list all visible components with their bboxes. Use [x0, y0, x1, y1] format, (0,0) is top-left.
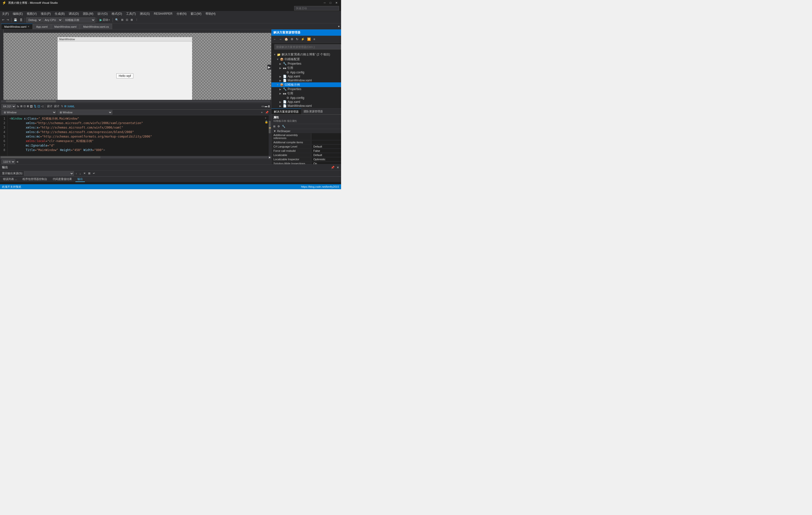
output-close-icon[interactable]: ✕ [337, 166, 339, 169]
tab-mainwindow-xaml-cs[interactable]: MainWindow.xaml.cs [80, 24, 112, 29]
prop-value-7[interactable]: On [311, 162, 341, 164]
zoom-left-arrow[interactable]: ◀ [16, 160, 18, 163]
tab-mainwindow-xaml-active[interactable]: MainWindow.xaml ✕ [1, 24, 33, 29]
tab-app-xaml[interactable]: App.xaml [33, 24, 51, 29]
prop-value-1[interactable] [311, 133, 341, 140]
tab-mainwindow-xaml-2[interactable]: MainWindow.xaml [51, 24, 80, 29]
snap2-icon[interactable]: ⊠ [27, 104, 29, 108]
output-clear-icon[interactable]: ✕ [83, 172, 86, 175]
code-pin-icon[interactable]: 📌 [264, 111, 270, 114]
code-content[interactable]: <Window x:Class="_02模板示例.MainWindow" xml… [7, 115, 269, 156]
tree-p1-ref[interactable]: ▶ ■■ 引用 [271, 66, 341, 70]
menu-analyze[interactable]: 分析(N) [175, 11, 189, 17]
toolbar-extra1[interactable]: ⊞ [120, 18, 124, 22]
code-metrics-tab[interactable]: 代码度量值结果 [51, 177, 74, 182]
tree-p1-mainwindow[interactable]: ▶ 📄 MainWindow.xaml [271, 79, 341, 82]
menu-help[interactable]: 帮助(H) [203, 11, 218, 17]
tree-p2-appconfig[interactable]: ⚙ App.config [271, 96, 341, 100]
close-button[interactable]: ✕ [334, 1, 339, 4]
solution-search-input[interactable] [274, 44, 341, 50]
prop-value-2[interactable] [311, 141, 341, 144]
grid-icon[interactable]: ⊞ [20, 104, 23, 108]
output-source-select[interactable] [24, 171, 74, 176]
tree-p2-ref[interactable]: ▶ ■■ 引用 [271, 91, 341, 96]
maximize-button[interactable]: □ [328, 1, 333, 4]
redo-button[interactable]: ↪ [6, 18, 10, 22]
output-down-icon[interactable]: ↓ [79, 172, 82, 175]
prop-value-5[interactable]: Default [311, 153, 341, 157]
output-tab[interactable]: 输出 [76, 177, 85, 182]
menu-build[interactable]: 生成(B) [53, 11, 67, 17]
split-h-icon[interactable]: ▬ [265, 104, 267, 108]
toolbar-extra4[interactable]: ⋮ [134, 18, 139, 22]
menu-debug[interactable]: 调试(D) [67, 11, 81, 17]
tree-p2-properties[interactable]: ▶ 🔧 Properties [271, 87, 341, 91]
se-forward-button[interactable]: → [278, 37, 283, 41]
tab-close-icon[interactable]: ✕ [27, 25, 29, 28]
collapse-icon[interactable]: ▭ [261, 104, 264, 108]
design-tab[interactable]: 设计 [47, 104, 52, 108]
save-button[interactable]: 💾 [13, 18, 18, 22]
menu-team[interactable]: 团队(M) [81, 11, 95, 17]
scroll-right-btn[interactable]: ▶ [268, 156, 271, 159]
menu-edit[interactable]: 编辑(E) [11, 11, 25, 17]
move-icon[interactable]: ⇅ [34, 104, 36, 108]
search-toolbar-button[interactable]: 🔍 [114, 18, 120, 22]
prop-group-button[interactable]: ⚙ [277, 125, 281, 128]
menu-format[interactable]: 格式(O) [110, 11, 124, 17]
se-filter-button[interactable]: 🔽 [306, 37, 312, 41]
xaml-tab-label[interactable]: XAML [67, 105, 75, 108]
toolbar-extra2[interactable]: ⊡ [125, 18, 129, 22]
run-button[interactable]: ▶ 启动 ▾ [98, 18, 111, 22]
tree-solution[interactable]: ▼ 📁 解决方案'黑夜の骑士博客' (2 个项目) [271, 52, 341, 57]
project-dropdown[interactable]: 02模板示例 [63, 18, 95, 23]
prop-filter-button[interactable]: 🔧 [281, 125, 286, 128]
se-sync-button[interactable]: ⚡ [300, 37, 306, 41]
se-collapse-button[interactable]: ≡ [312, 37, 316, 41]
split-v-icon[interactable]: ▮ [268, 104, 270, 108]
prop-value-3[interactable]: Default [311, 145, 341, 148]
output-stop-icon[interactable]: ⊠ [87, 172, 91, 175]
undo-button[interactable]: ↩ [1, 18, 5, 22]
tree-project1[interactable]: ▼ 📦 01模板配置 [271, 57, 341, 62]
quick-launch-input[interactable] [294, 6, 339, 10]
team-explorer-tab[interactable]: 团队资源管理器 [301, 109, 325, 114]
solution-explorer-tab[interactable]: 解决方案资源管理器 [271, 109, 301, 114]
xaml-icon[interactable]: ⊞ [64, 104, 66, 108]
output-pin-icon[interactable]: 📌 [331, 166, 335, 169]
error-list-tab[interactable]: 错误列表 ... [1, 177, 19, 182]
minimize-button[interactable]: ─ [322, 1, 327, 4]
tree-p2-appxaml[interactable]: ▶ 📄 App.xaml [271, 100, 341, 104]
code-expand-icon[interactable]: + [260, 111, 264, 114]
code-horizontal-scrollbar[interactable]: ▶ [0, 156, 271, 159]
tree-p1-properties[interactable]: ▶ 🔧 Properties [271, 62, 341, 66]
menu-view[interactable]: 视图(V) [25, 11, 39, 17]
menu-test[interactable]: 测试(S) [138, 11, 152, 17]
code-scope-dropdown[interactable]: ⊞ Window [1, 110, 56, 115]
prop-value-6[interactable]: Optimistic [311, 157, 341, 161]
menu-design[interactable]: 设计(G) [95, 11, 110, 17]
tree-p1-appconfig[interactable]: ⚙ App.config [271, 70, 341, 74]
design-surface[interactable]: MainWindow Hello wpf ▶ ▼ [0, 29, 271, 100]
debug-config-dropdown[interactable]: Debug [26, 18, 42, 23]
snap-icon[interactable]: ⊡ [24, 104, 26, 108]
menu-file[interactable]: 文(F) [0, 11, 11, 17]
menu-resharper[interactable]: RESHARPER [152, 11, 175, 17]
menu-window[interactable]: 窗口(W) [188, 11, 203, 17]
se-properties-button[interactable]: ⚙ [290, 37, 294, 41]
toolbar-extra3[interactable]: ⊠ [129, 18, 134, 22]
menu-tools[interactable]: 工具(T) [124, 11, 138, 17]
code-vertical-scrollbar[interactable] [269, 115, 271, 156]
se-home-button[interactable]: 🏠 [283, 37, 289, 41]
prop-value-4[interactable]: False [311, 149, 341, 153]
se-back-button[interactable]: ← [272, 37, 278, 41]
tree-p2-mainwindow[interactable]: ▶ 📄 MainWindow.xaml [271, 104, 341, 108]
tree-p1-appxaml[interactable]: ▶ 📄 App.xaml [271, 74, 341, 79]
code-editor[interactable]: 1 2 3 4 5 6 7 8 <Window x:Class="_02模板示例… [0, 115, 271, 156]
expand-icon[interactable]: ◁ [41, 104, 43, 108]
code-member-dropdown[interactable]: ⊞ Window [57, 110, 112, 115]
tree-project2[interactable]: ▼ 📦 02模板示例 [271, 82, 341, 87]
prop-sort-button[interactable]: ⊞ [272, 125, 276, 128]
fit-icon[interactable]: ⊡ [37, 104, 40, 108]
art-icon[interactable]: 🖼 [30, 105, 33, 108]
